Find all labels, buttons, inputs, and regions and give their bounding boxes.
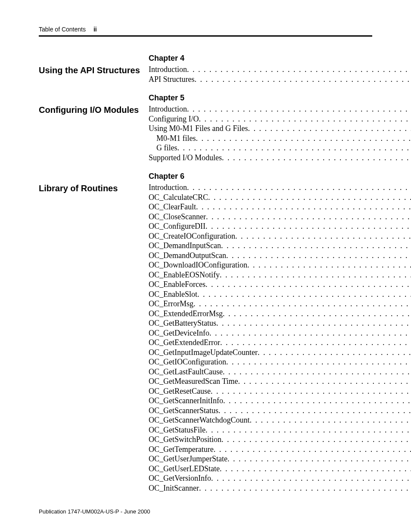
chapter-label: Chapter 5 bbox=[149, 93, 411, 103]
toc-dots bbox=[199, 114, 411, 124]
toc-entry: OC_GetDeviceInfo 6-18 bbox=[149, 328, 411, 338]
toc-dots bbox=[223, 396, 411, 406]
toc-dots bbox=[223, 309, 411, 319]
toc-entry-label: OC_GetSwitchPosition bbox=[149, 435, 221, 445]
toc-entry: OC_CalculateCRC 6-1 bbox=[149, 193, 411, 202]
toc-entry: OC_EnableForces 6-12 bbox=[149, 280, 411, 289]
toc-entry-label: OC_DemandInputScan bbox=[149, 241, 221, 251]
toc-dots bbox=[221, 241, 411, 251]
toc-dots bbox=[187, 104, 411, 114]
header-page-number: ii bbox=[93, 26, 97, 33]
toc-dots bbox=[226, 357, 411, 367]
toc-entry: OC_DemandOutputScan 6-8 bbox=[149, 251, 411, 261]
section-title: Configuring I/O Modules bbox=[39, 105, 144, 115]
toc-dots bbox=[250, 415, 411, 425]
toc-entry: M0-M1 files 5-3 bbox=[149, 134, 411, 143]
toc-entry: OC_GetTemperature 6-35 bbox=[149, 445, 411, 454]
toc-dots bbox=[238, 376, 411, 386]
section-title: Using the API Structures bbox=[39, 65, 144, 75]
section-right: Chapter 4Introduction 4-1API Structures … bbox=[149, 54, 411, 84]
toc-dots bbox=[247, 260, 411, 270]
toc-section: Library of RoutinesChapter 6Introduction… bbox=[39, 172, 372, 493]
section-left: Configuring I/O Modules bbox=[39, 93, 149, 115]
toc-entry: OC_GetMeasuredScan Time 6-24 bbox=[149, 376, 411, 386]
toc-dots bbox=[206, 280, 411, 289]
toc-entry-label: OC_GetTemperature bbox=[149, 445, 214, 454]
toc-entry-label: OC_CloseScanner bbox=[149, 212, 206, 222]
toc-section: Using the API StructuresChapter 4Introdu… bbox=[39, 54, 372, 84]
toc-entry-label: OC_GetScannerInitInfo bbox=[149, 396, 223, 406]
toc-entry-label: OC_DemandOutputScan bbox=[149, 251, 226, 261]
toc-entry: Introduction 6-1 bbox=[149, 183, 411, 193]
toc-entry: OC_ClearFault 6-2 bbox=[149, 202, 411, 212]
toc-entry-label: Using M0-M1 Files and G Files bbox=[149, 124, 248, 134]
chapter-label: Chapter 4 bbox=[149, 54, 411, 63]
chapter-label: Chapter 6 bbox=[149, 172, 411, 181]
toc-entry-label: OC_EnableSlot bbox=[149, 289, 197, 299]
toc-entry-label: OC_GetMeasuredScan Time bbox=[149, 376, 238, 386]
toc-entry: OC_EnableSlot 6-13 bbox=[149, 289, 411, 299]
section-title: Library of Routines bbox=[39, 183, 144, 193]
toc-dots bbox=[211, 473, 411, 483]
toc-entry: OC_GetVersionInfo 6-38 bbox=[149, 473, 411, 483]
toc-dots bbox=[197, 289, 411, 299]
toc-entry: OC_ConfigureDII 6-4 bbox=[149, 221, 411, 231]
toc-entry-label: OC_ClearFault bbox=[149, 202, 196, 212]
toc-entry: Configuring I/O 5-1 bbox=[149, 114, 411, 124]
toc-entry: OC_GetScannerWatchdogCount 6-29 bbox=[149, 415, 411, 425]
toc-entry-label: Configuring I/O bbox=[149, 114, 199, 124]
toc-dots bbox=[218, 406, 411, 416]
footer-publication: Publication 1747-UM002A-US-P - June 2000 bbox=[39, 508, 150, 515]
toc-entry: OC_GetSwitchPosition 6-34 bbox=[149, 435, 411, 445]
toc-entry: OC_GetStatusFile 6-30 bbox=[149, 425, 411, 435]
toc-entry-label: OC_GetLastFaultCause bbox=[149, 367, 223, 377]
toc-entry-label: OC_GetIOConfiguration bbox=[149, 357, 226, 367]
toc-entry: OC_GetScannerInitInfo 6-26 bbox=[149, 396, 411, 406]
toc-entry: Introduction 4-1 bbox=[149, 65, 411, 75]
toc-entry-label: OC_ConfigureDII bbox=[149, 221, 206, 231]
toc-dots bbox=[216, 318, 411, 328]
toc-entry: OC_CloseScanner 6-3 bbox=[149, 212, 411, 222]
toc-dots bbox=[258, 348, 411, 358]
toc-entry-label: OC_GetVersionInfo bbox=[149, 473, 211, 483]
toc-entry: OC_ExtendedErrorMsg 6-15 bbox=[149, 309, 411, 319]
toc-entry-label: Introduction bbox=[149, 65, 187, 75]
toc-body: Using the API StructuresChapter 4Introdu… bbox=[39, 54, 372, 493]
toc-entry: OC_DemandInputScan 6-7 bbox=[149, 241, 411, 251]
toc-dots bbox=[220, 338, 411, 348]
toc-entry: OC_DownloadIOConfiguration 6-9 bbox=[149, 260, 411, 270]
toc-entry-label: OC_GetDeviceInfo bbox=[149, 328, 209, 338]
toc-dots bbox=[227, 454, 411, 464]
section-right: Chapter 6Introduction 6-1OC_CalculateCRC… bbox=[149, 172, 411, 493]
running-header: Table of Contents ii bbox=[39, 26, 372, 33]
toc-dots bbox=[235, 231, 411, 241]
toc-dots bbox=[222, 153, 411, 163]
toc-entry: OC_GetResetCause 6-25 bbox=[149, 386, 411, 396]
toc-dots bbox=[220, 270, 411, 280]
toc-entry: Using M0-M1 Files and G Files 5-3 bbox=[149, 124, 411, 134]
toc-entry-label: OC_ExtendedErrorMsg bbox=[149, 309, 223, 319]
toc-dots bbox=[208, 193, 411, 202]
toc-entry: Supported I/O Modules 5-4 bbox=[149, 153, 411, 163]
toc-entry: OC_CreateIOConfiguration 6-6 bbox=[149, 231, 411, 241]
toc-entry: OC_ErrorMsg 6-14 bbox=[149, 299, 411, 309]
toc-dots bbox=[221, 435, 411, 445]
toc-entry-label: G files bbox=[149, 143, 177, 153]
toc-entry-label: API Structures bbox=[149, 75, 195, 84]
toc-entry: OC_GetUserJumperState 6-36 bbox=[149, 454, 411, 464]
toc-entry: OC_GetBatteryStatus 6-17 bbox=[149, 318, 411, 328]
toc-entry-label: OC_DownloadIOConfiguration bbox=[149, 260, 247, 270]
toc-entry: G files 5-3 bbox=[149, 143, 411, 153]
toc-entry-label: Introduction bbox=[149, 183, 187, 193]
toc-entry: OC_InitScanner 6-39 bbox=[149, 483, 411, 493]
toc-dots bbox=[187, 183, 411, 193]
toc-entry-label: OC_GetResetCause bbox=[149, 386, 211, 396]
section-left: Using the API Structures bbox=[39, 54, 149, 75]
toc-dots bbox=[196, 202, 411, 212]
toc-entry-label: OC_EnableEOSNotify bbox=[149, 270, 220, 280]
toc-dots bbox=[214, 445, 411, 454]
toc-entry: OC_GetExtendedError 6-19 bbox=[149, 338, 411, 348]
toc-entry-label: OC_GetUserJumperState bbox=[149, 454, 227, 464]
toc-entry: OC_EnableEOSNotify 6-10 bbox=[149, 270, 411, 280]
toc-entry-label: OC_GetExtendedError bbox=[149, 338, 220, 348]
